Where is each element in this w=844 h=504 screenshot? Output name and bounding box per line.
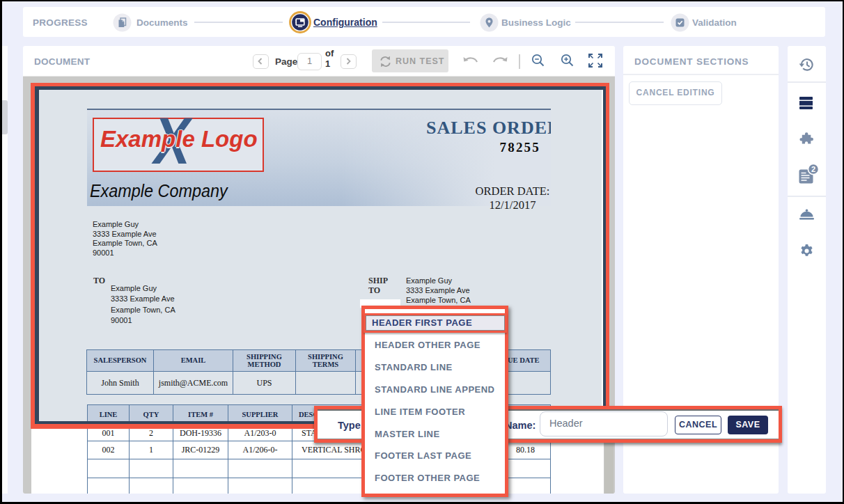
svg-text:2: 2 — [811, 165, 815, 173]
